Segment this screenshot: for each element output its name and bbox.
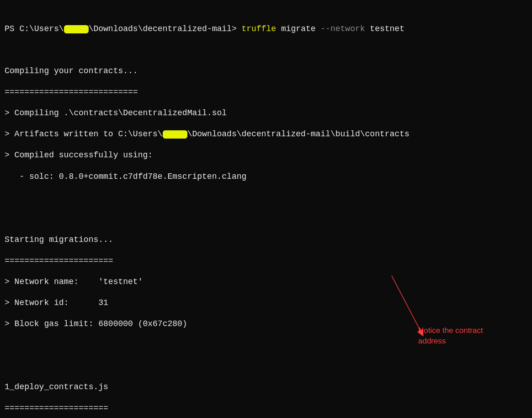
redacted-username [64,25,89,33]
artifacts-line: > Artifacts written to C:\Users\ \Downlo… [5,129,527,139]
redacted-username [163,130,187,139]
cmd-rest: testnet [365,24,404,33]
cmd-flag: --network [320,24,365,33]
annotation: Notice the contract address [0,0,532,418]
artifacts-pre: > Artifacts written to C:\Users\ [5,129,163,139]
prompt-suffix: \Downloads\decentralized-mail> [89,24,242,33]
terminal-output: PS C:\Users\ \Downloads\decentralized-ma… [0,0,532,418]
migrations-header: Starting migrations... [5,235,527,245]
migrations-rule: ====================== [5,256,527,266]
deploy-rule: ===================== [5,403,527,413]
block-gas-limit: > Block gas limit: 6800000 (0x67c280) [5,319,527,329]
solc-line: - solc: 0.8.0+commit.c7dfd78e.Emscripten… [5,171,527,182]
cmd-migrate: migrate [276,24,320,33]
compile-line: > Compiling .\contracts\DecentralizedMai… [5,108,527,118]
compile-line: > Compiled successfully using: [5,150,527,161]
deploy-file: 1_deploy_contracts.js [5,382,527,392]
network-id: > Network id: 31 [5,298,527,308]
prompt-prefix: PS C:\Users\ [5,24,64,33]
prompt-line: PS C:\Users\ \Downloads\decentralized-ma… [5,24,527,34]
cmd-truffle: truffle [242,24,277,33]
compile-rule: =========================== [5,87,527,97]
network-name: > Network name: 'testnet' [5,277,527,287]
artifacts-post: \Downloads\decentralized-mail\build\cont… [187,129,410,139]
compile-header: Compiling your contracts... [5,66,527,76]
